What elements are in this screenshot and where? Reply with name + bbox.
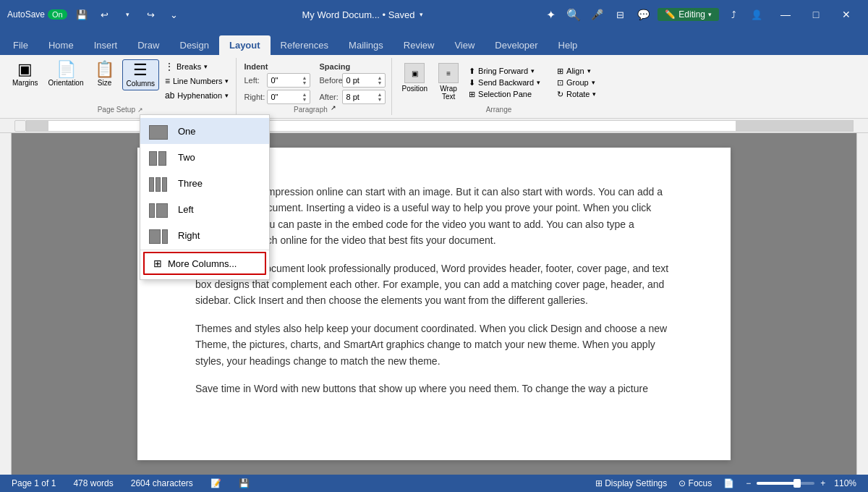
tab-developer[interactable]: Developer (485, 35, 548, 55)
page-setup-group: ▣ Margins 📄 Orientation 📋 Size ☰ Columns (4, 58, 237, 115)
zoom-in-button[interactable]: + (817, 478, 828, 488)
position-button[interactable]: ▣ Position (398, 61, 431, 95)
margins-icon: ▣ (17, 62, 33, 77)
selection-pane-button[interactable]: ⊞ Selection Pane (466, 89, 553, 100)
ribbon-display-icon[interactable]: ⊟ (611, 6, 629, 23)
ruler-container (0, 119, 868, 133)
group-label: Group (566, 78, 589, 87)
title-chevron[interactable]: ▾ (420, 11, 423, 18)
tab-review[interactable]: Review (393, 35, 445, 55)
undo-icon[interactable]: ↩ (96, 6, 114, 23)
ruler-corner[interactable] (14, 120, 26, 132)
title-bar: AutoSave On 💾 ↩ ▾ ↪ ⌄ My Word Docum... •… (0, 0, 868, 29)
indent-left-input[interactable]: 0" ▲▼ (267, 73, 310, 88)
arrange-group-label: Arrange (398, 106, 599, 114)
bring-forward-button[interactable]: ⬆ Bring Forward ▾ (466, 66, 553, 77)
tab-home[interactable]: Home (38, 35, 84, 55)
align-button[interactable]: ⊞ Align ▾ (554, 66, 593, 77)
view-mode-icon[interactable]: 📄 (720, 478, 737, 488)
more-columns-item[interactable]: ⊞ More Columns... (143, 252, 266, 275)
columns-left-item[interactable]: Left (140, 196, 269, 222)
page-info[interactable]: Page 1 of 1 (9, 478, 59, 488)
zoom-level[interactable]: 110% (831, 478, 859, 488)
customize-qat-icon[interactable]: ⌄ (166, 6, 183, 23)
position-label: Position (401, 85, 427, 93)
document-scroll-area[interactable]: Making a good impression online can star… (12, 133, 856, 475)
close-button[interactable]: ✕ (832, 0, 861, 29)
columns-right-item[interactable]: Right (140, 222, 269, 248)
paragraph-group-label: Paragraph (294, 106, 328, 114)
undo-dropdown[interactable]: ▾ (119, 6, 137, 23)
copilot-icon[interactable]: ✦ (542, 6, 559, 23)
display-settings-button[interactable]: ⊞ Display Settings (592, 478, 670, 488)
tab-view[interactable]: View (444, 35, 485, 55)
tab-mailings[interactable]: Mailings (339, 35, 393, 55)
char-count[interactable]: 2604 characters (128, 478, 196, 488)
margins-button[interactable]: ▣ Margins (9, 59, 42, 89)
send-backward-chevron: ▾ (537, 79, 540, 86)
redo-icon[interactable]: ↪ (142, 6, 160, 23)
spacing-before-input[interactable]: 0 pt ▲▼ (342, 73, 386, 88)
send-backward-button[interactable]: ⬇ Send Backward ▾ (466, 77, 553, 88)
spacing-after-input[interactable]: 8 pt ▲▼ (342, 90, 386, 104)
zoom-thumb[interactable] (793, 479, 801, 488)
paragraph-dialog-icon[interactable]: ↗ (331, 104, 336, 114)
rotate-button[interactable]: ↻ Rotate ▾ (554, 89, 599, 100)
columns-one-icon (149, 122, 171, 140)
save-icon[interactable]: 💾 (73, 6, 90, 23)
breaks-button[interactable]: ⋮ Breaks ▾ (162, 60, 232, 73)
track-changes-icon[interactable]: 📝 (208, 478, 224, 488)
columns-two-icon (149, 148, 171, 166)
zoom-slider[interactable] (757, 482, 814, 485)
profile-icon[interactable]: 👤 (748, 6, 765, 23)
indent-left-row: Left: 0" ▲▼ (244, 73, 310, 88)
spacing-after-label: After: (319, 93, 339, 101)
tab-file[interactable]: File (3, 35, 38, 55)
tab-draw[interactable]: Draw (127, 35, 169, 55)
spacing-before-arrows[interactable]: ▲▼ (378, 75, 383, 85)
ribbon-content: ▣ Margins 📄 Orientation 📋 Size ☰ Columns (0, 55, 868, 119)
columns-two-item[interactable]: Two (140, 144, 269, 170)
size-button[interactable]: 📋 Size (90, 59, 119, 89)
spacing-after-arrows[interactable]: ▲▼ (378, 92, 383, 102)
page-setup-dialog-icon[interactable]: ↗ (137, 106, 143, 114)
wrap-text-button[interactable]: ≡ WrapText (434, 61, 463, 103)
wrap-text-icon: ≡ (438, 63, 459, 83)
indent-right-row: Right: 0" ▲▼ (244, 90, 310, 104)
group-button[interactable]: ⊡ Group ▾ (554, 77, 598, 88)
dictate-icon[interactable]: 🎤 (588, 6, 605, 23)
rotate-chevron: ▾ (592, 90, 596, 98)
spacing-group: Spacing Before: 0 pt ▲▼ After: 8 pt ▲▼ (319, 62, 386, 104)
editing-button[interactable]: ✏️ Editing ▾ (658, 8, 719, 21)
orientation-button[interactable]: 📄 Orientation (45, 59, 88, 89)
columns-dropdown: One Two Three (140, 114, 270, 280)
hyphenation-button[interactable]: ab Hyphenation ▾ (162, 89, 232, 102)
tab-help[interactable]: Help (548, 35, 588, 55)
autosave-label: AutoSave (7, 9, 45, 20)
columns-button[interactable]: ☰ Columns (122, 59, 159, 90)
focus-button[interactable]: ⊙ Focus (676, 478, 715, 488)
columns-one-item[interactable]: One (140, 118, 269, 144)
comments-icon[interactable]: 💬 (634, 6, 652, 23)
breaks-chevron: ▾ (204, 63, 208, 70)
vertical-scrollbar[interactable] (856, 133, 868, 475)
search-icon[interactable]: 🔍 (565, 6, 582, 23)
ribbon-tabs: File Home Insert Draw Design Layout Refe… (0, 29, 868, 55)
columns-three-item[interactable]: Three (140, 170, 269, 196)
tab-references[interactable]: References (271, 35, 339, 55)
line-numbers-button[interactable]: ≡ Line Numbers ▾ (162, 75, 232, 88)
indent-left-arrows[interactable]: ▲▼ (302, 75, 307, 85)
minimize-button[interactable]: — (771, 0, 800, 29)
tab-layout[interactable]: Layout (219, 35, 271, 55)
word-count[interactable]: 478 words (70, 478, 116, 488)
tab-insert[interactable]: Insert (84, 35, 128, 55)
indent-right-input[interactable]: 0" ▲▼ (267, 90, 310, 104)
share-icon[interactable]: ⤴ (725, 6, 742, 23)
maximize-button[interactable]: □ (801, 0, 830, 29)
indent-right-arrows[interactable]: ▲▼ (302, 92, 307, 102)
rotate-icon: ↻ (557, 90, 563, 99)
zoom-out-button[interactable]: − (743, 478, 754, 488)
save-status-icon[interactable]: 💾 (236, 478, 252, 488)
autosave-toggle[interactable]: On (48, 9, 67, 20)
tab-design[interactable]: Design (170, 35, 219, 55)
